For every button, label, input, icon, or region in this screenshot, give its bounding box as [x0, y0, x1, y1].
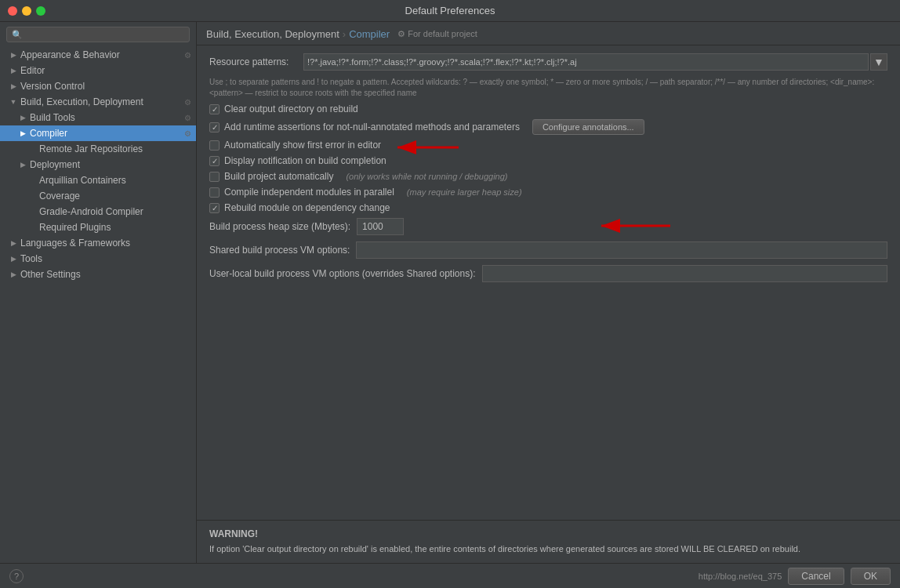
display-notification-label: Display notification on build completion [224, 155, 386, 166]
sidebar-items: ▶ Appearance & Behavior ⚙ ▶ Editor ▶ Ver… [0, 47, 196, 563]
sidebar-item-gradle-android[interactable]: ▶ Gradle-Android Compiler [0, 204, 196, 220]
compile-parallel-row[interactable]: Compile independent modules in parallel … [209, 187, 887, 198]
close-button[interactable] [8, 6, 17, 16]
sidebar-item-build-tools[interactable]: ▶ Build Tools ⚙ [0, 110, 196, 125]
sidebar-item-label: Appearance & Behavior [20, 49, 181, 60]
titlebar: Default Preferences [0, 0, 900, 22]
heap-size-label: Build process heap size (Mbytes): [209, 221, 350, 232]
clear-output-label: Clear output directory on rebuild [224, 103, 358, 114]
add-runtime-checkbox[interactable] [209, 122, 220, 132]
resource-patterns-hint: Use ; to separate patterns and ! to nega… [209, 77, 887, 99]
compile-parallel-label: Compile independent modules in parallel [224, 187, 394, 198]
sidebar-item-label: Required Plugins [39, 222, 191, 233]
content-body: Resource patterns: ▼ Use ; to separate p… [197, 45, 900, 520]
configure-annotations-button[interactable]: Configure annotations... [532, 119, 644, 135]
arrow-icon: ▶ [9, 51, 17, 59]
auto-show-error-row[interactable]: Automatically show first error in editor [209, 140, 887, 151]
rebuild-module-row[interactable]: Rebuild module on dependency change [209, 202, 887, 213]
sidebar-item-build-execution[interactable]: ▼ Build, Execution, Deployment ⚙ [0, 94, 196, 110]
user-local-vm-row: User-local build process VM options (ove… [209, 265, 887, 282]
resource-patterns-input[interactable] [303, 53, 869, 71]
red-arrow-2 [593, 216, 672, 235]
sidebar-item-appearance[interactable]: ▶ Appearance & Behavior ⚙ [0, 47, 196, 63]
sidebar-item-remote-jar[interactable]: ▶ Remote Jar Repositories [0, 141, 196, 157]
sidebar-item-label: Tools [20, 253, 191, 264]
cancel-button[interactable]: Cancel [788, 568, 844, 585]
heap-size-row: Build process heap size (Mbytes): [209, 218, 887, 235]
titlebar-buttons [8, 6, 45, 16]
add-runtime-row[interactable]: Add runtime assertions for not-null-anno… [209, 119, 887, 135]
sidebar-item-label: Other Settings [20, 269, 191, 280]
sidebar-item-languages[interactable]: ▶ Languages & Frameworks [0, 235, 196, 251]
sidebar-item-label: Gradle-Android Compiler [39, 206, 191, 217]
breadcrumb: Build, Execution, Deployment › Compiler … [197, 22, 900, 45]
sidebar-item-label: Arquillian Containers [39, 175, 191, 186]
shared-vm-row: Shared build process VM options: [209, 241, 887, 259]
ok-button[interactable]: OK [851, 568, 891, 585]
heap-size-input[interactable] [357, 218, 404, 235]
resource-patterns-label: Resource patterns: [209, 56, 303, 67]
help-label: ? [14, 572, 19, 581]
gear-icon: ⚙ [184, 114, 191, 122]
clear-output-row[interactable]: Clear output directory on rebuild [209, 103, 887, 114]
minimize-button[interactable] [22, 6, 31, 16]
sidebar-item-label: Deployment [30, 159, 191, 170]
arrow-icon: ▶ [9, 270, 17, 278]
sidebar-item-other-settings[interactable]: ▶ Other Settings [0, 267, 196, 282]
sidebar-item-label: Coverage [39, 191, 191, 201]
arrow-icon: ▶ [9, 82, 17, 90]
sidebar-item-required-plugins[interactable]: ▶ Required Plugins [0, 220, 196, 235]
build-project-auto-row[interactable]: Build project automatically (only works … [209, 171, 887, 182]
display-notification-row[interactable]: Display notification on build completion [209, 155, 887, 166]
gear-icon: ⚙ [184, 129, 191, 138]
arrow-icon: ▼ [9, 98, 17, 106]
search-box[interactable]: 🔍 [6, 27, 190, 42]
sidebar-item-arquillian[interactable]: ▶ Arquillian Containers [0, 172, 196, 188]
breadcrumb-note: ⚙ For default project [397, 29, 477, 39]
rebuild-module-checkbox[interactable] [209, 203, 220, 213]
help-button[interactable]: ? [9, 569, 24, 583]
search-input[interactable] [26, 29, 184, 40]
shared-vm-label: Shared build process VM options: [209, 245, 350, 256]
compile-parallel-note: (may require larger heap size) [407, 187, 522, 197]
build-project-auto-note: (only works while not running / debuggin… [346, 172, 507, 181]
bottom-left: ? [9, 569, 24, 583]
gear-icon: ⚙ [184, 98, 191, 107]
compile-parallel-checkbox[interactable] [209, 187, 220, 198]
sidebar-item-label: Compiler [30, 128, 181, 139]
user-local-vm-label: User-local build process VM options (ove… [209, 268, 476, 279]
arrow-icon: ▶ [9, 255, 17, 263]
sidebar-item-compiler[interactable]: ▶ Compiler ⚙ [0, 125, 196, 141]
content-panel: Build, Execution, Deployment › Compiler … [197, 22, 900, 563]
warning-section: WARNING! If option 'Clear output directo… [197, 520, 900, 564]
sidebar-item-label: Build, Execution, Deployment [20, 96, 181, 107]
warning-text: If option 'Clear output directory on reb… [209, 543, 887, 556]
sidebar-item-version-control[interactable]: ▶ Version Control [0, 78, 196, 94]
sidebar-item-label: Editor [20, 65, 191, 76]
build-project-auto-checkbox[interactable] [209, 172, 220, 182]
breadcrumb-path: Build, Execution, Deployment [206, 28, 339, 40]
expand-button[interactable]: ▼ [870, 53, 887, 71]
auto-show-error-checkbox[interactable] [209, 140, 220, 151]
bottom-right: http://blog.net/eq_375 Cancel OK [699, 568, 891, 585]
sidebar-item-coverage[interactable]: ▶ Coverage [0, 188, 196, 204]
gear-icon: ⚙ [184, 51, 191, 60]
sidebar-item-tools[interactable]: ▶ Tools [0, 251, 196, 267]
add-runtime-label: Add runtime assertions for not-null-anno… [224, 122, 520, 132]
search-icon: 🔍 [12, 30, 23, 40]
arrow-icon: ▶ [9, 67, 17, 74]
arrow-icon: ▶ [19, 161, 27, 169]
resource-patterns-row: Resource patterns: ▼ [209, 53, 887, 71]
sidebar-item-deployment[interactable]: ▶ Deployment [0, 157, 196, 172]
arrow-icon: ▶ [19, 129, 27, 137]
display-notification-checkbox[interactable] [209, 156, 220, 166]
shared-vm-input[interactable] [356, 241, 887, 259]
bottom-bar: ? http://blog.net/eq_375 Cancel OK [0, 563, 900, 588]
red-arrow-1 [390, 138, 460, 157]
window-title: Default Preferences [405, 5, 495, 16]
maximize-button[interactable] [36, 6, 45, 16]
sidebar-item-editor[interactable]: ▶ Editor [0, 63, 196, 78]
clear-output-checkbox[interactable] [209, 104, 220, 114]
auto-show-error-label: Automatically show first error in editor [224, 140, 381, 151]
user-local-vm-input[interactable] [482, 265, 888, 282]
